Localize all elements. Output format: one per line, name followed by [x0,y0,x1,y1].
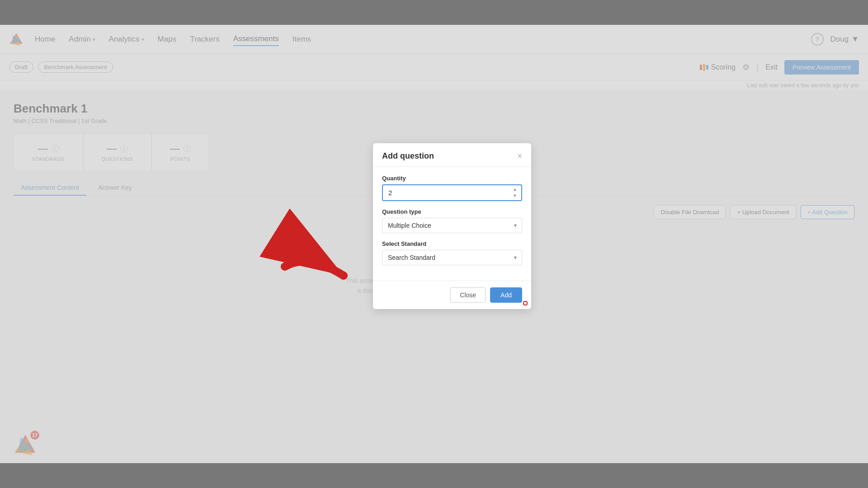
quantity-input-wrap: ▲ ▼ [382,184,522,201]
question-type-label: Question type [382,208,522,215]
modal-title: Add question [382,151,434,161]
button-highlight-box [523,301,528,305]
quantity-input[interactable] [382,184,522,201]
question-type-select[interactable]: Multiple Choice True/False Short Answer … [382,218,522,233]
select-standard-label: Select Standard [382,240,522,247]
quantity-label: Quantity [382,175,522,182]
question-type-select-wrap: Multiple Choice True/False Short Answer … [382,218,522,233]
modal-overlay[interactable]: Add question × Quantity ▲ ▼ Question typ… [0,0,868,488]
select-standard-wrap: Search Standard ▾ [382,250,522,265]
modal-close-button[interactable]: Close [450,287,486,303]
modal-add-button[interactable]: Add [490,287,522,303]
modal-close-icon[interactable]: × [517,152,522,160]
modal-footer: Close Add [373,281,531,309]
select-standard-select[interactable]: Search Standard [382,250,522,265]
modal-body: Quantity ▲ ▼ Question type Multiple Choi… [373,167,531,281]
quantity-spinners: ▲ ▼ [511,187,519,198]
modal-header: Add question × [373,143,531,167]
add-question-modal: Add question × Quantity ▲ ▼ Question typ… [373,143,531,309]
quantity-up-button[interactable]: ▲ [511,187,519,192]
quantity-down-button[interactable]: ▼ [511,193,519,198]
